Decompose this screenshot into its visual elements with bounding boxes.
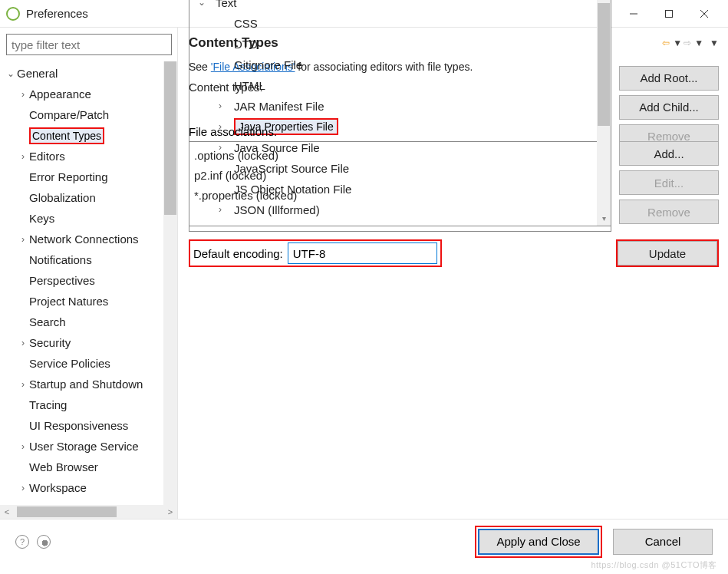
- maximize-button[interactable]: [651, 0, 687, 28]
- nav-item[interactable]: UI Responsiveness: [3, 415, 163, 436]
- content-type-item[interactable]: Gitignore File: [194, 54, 597, 75]
- window-controls: [616, 0, 722, 28]
- view-menu-icon[interactable]: ▼: [710, 38, 719, 48]
- nav-item[interactable]: Content Types: [3, 125, 163, 146]
- forward-icon[interactable]: ⇨: [684, 38, 691, 48]
- content-type-item[interactable]: DTD: [194, 34, 597, 54]
- content-type-item[interactable]: ›JAR Manifest File: [194, 96, 597, 117]
- nav-item[interactable]: Compare/Patch: [3, 104, 163, 125]
- import-export-icon[interactable]: [37, 535, 51, 549]
- content-type-item[interactable]: ›HTML: [194, 75, 597, 96]
- content-type-item[interactable]: CSS: [194, 13, 597, 34]
- minimize-button[interactable]: [616, 0, 651, 28]
- nav-item[interactable]: Project Natures: [3, 291, 163, 312]
- nav-tree[interactable]: ⌄General›AppearanceCompare/PatchContent …: [0, 61, 163, 505]
- file-associations-list[interactable]: .options (locked)p2.inf (locked)*.proper…: [189, 141, 611, 232]
- default-encoding-input[interactable]: [288, 242, 437, 264]
- file-associations-label: File associations:: [189, 125, 719, 138]
- close-button[interactable]: [687, 0, 722, 28]
- nav-item[interactable]: ›Network Connections: [3, 229, 163, 249]
- content-type-item[interactable]: ⌄Text: [194, 0, 597, 13]
- add-association-button[interactable]: Add...: [619, 141, 719, 166]
- filter-input[interactable]: [6, 34, 172, 55]
- nav-item[interactable]: ›Workspace: [3, 477, 163, 498]
- nav-tree-hscroll[interactable]: <>: [0, 505, 177, 519]
- right-panel: Content Types ⇦▼ ⇨▼ ▼ See 'File Associat…: [178, 28, 728, 519]
- left-panel: ⌄General›AppearanceCompare/PatchContent …: [0, 28, 178, 519]
- nav-item[interactable]: ›Appearance: [3, 84, 163, 104]
- nav-item[interactable]: Notifications: [3, 249, 163, 270]
- watermark: https://blog.csdn @51CTO博客: [591, 559, 717, 571]
- nav-item[interactable]: Web Browser: [3, 457, 163, 477]
- content-types-scrollbar[interactable]: ▴▾: [597, 0, 611, 226]
- add-root-button[interactable]: Add Root...: [619, 66, 719, 91]
- app-icon: [6, 7, 20, 21]
- nav-item[interactable]: Globalization: [3, 187, 163, 208]
- add-child-button[interactable]: Add Child...: [619, 95, 719, 120]
- nav-item[interactable]: Search: [3, 312, 163, 332]
- footer: ? Apply and Close Cancel: [0, 519, 728, 563]
- file-association-item[interactable]: .options (locked): [194, 145, 606, 165]
- nav-item[interactable]: Tracing: [3, 394, 163, 415]
- page-nav-arrows: ⇦▼ ⇨▼ ▼: [662, 38, 719, 48]
- file-association-item[interactable]: p2.inf (locked): [194, 165, 606, 185]
- back-menu-icon[interactable]: ▼: [673, 38, 682, 48]
- nav-item[interactable]: Keys: [3, 208, 163, 229]
- nav-item[interactable]: ›Startup and Shutdown: [3, 374, 163, 394]
- window-title: Preferences: [26, 7, 88, 20]
- update-encoding-button[interactable]: Update: [618, 241, 717, 266]
- nav-item[interactable]: Perspectives: [3, 270, 163, 291]
- remove-association-button[interactable]: Remove: [619, 200, 719, 224]
- svg-rect-1: [666, 10, 673, 17]
- forward-menu-icon[interactable]: ▼: [694, 38, 703, 48]
- file-association-item[interactable]: *.properties (locked): [194, 185, 606, 205]
- nav-item[interactable]: Service Policies: [3, 353, 163, 374]
- help-icon[interactable]: ?: [15, 535, 29, 549]
- default-encoding-group: Default encoding:: [189, 239, 442, 267]
- cancel-button[interactable]: Cancel: [613, 529, 713, 555]
- nav-item[interactable]: ›Security: [3, 332, 163, 353]
- apply-and-close-button[interactable]: Apply and Close: [478, 529, 599, 555]
- edit-association-button[interactable]: Edit...: [619, 170, 719, 195]
- back-icon[interactable]: ⇦: [662, 38, 670, 48]
- nav-tree-scrollbar[interactable]: [163, 61, 177, 505]
- nav-item[interactable]: ⌄General: [3, 63, 163, 84]
- default-encoding-label: Default encoding:: [193, 247, 283, 260]
- nav-item[interactable]: Error Reporting: [3, 167, 163, 187]
- nav-item[interactable]: ›Editors: [3, 146, 163, 167]
- nav-item[interactable]: ›User Storage Service: [3, 436, 163, 457]
